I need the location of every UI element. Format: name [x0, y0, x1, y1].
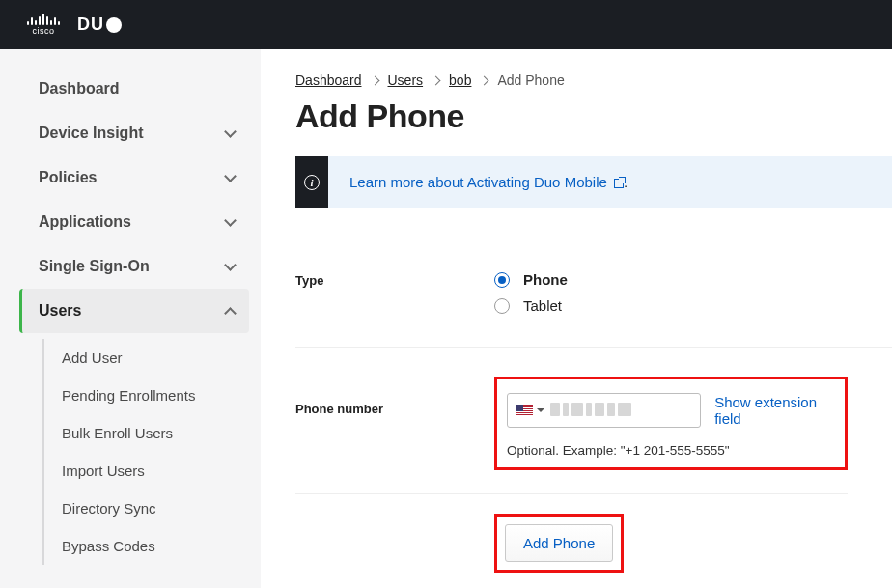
info-banner: i Learn more about Activating Duo Mobile… — [295, 156, 892, 208]
chevron-down-icon — [224, 127, 236, 139]
form-row-type: Type Phone Tablet — [295, 248, 892, 348]
form-row-submit: Add Phone — [295, 494, 892, 588]
sidebar: Dashboard Device Insight Policies Applic… — [0, 49, 261, 588]
nav-label: Applications — [39, 213, 131, 231]
phone-hint: Optional. Example: "+1 201-555-5555" — [507, 443, 835, 458]
main-content: Dashboard Users bob Add Phone Add Phone … — [261, 49, 892, 588]
nav-label: Single Sign-On — [39, 258, 150, 275]
nav-users[interactable]: Users — [19, 289, 249, 333]
info-icon-box: i — [295, 156, 328, 208]
flag-us-icon — [516, 405, 533, 416]
radio-phone[interactable] — [494, 272, 510, 288]
users-subnav: Add User Pending Enrollments Bulk Enroll… — [42, 339, 249, 565]
breadcrumb-user[interactable]: bob — [449, 72, 471, 88]
info-icon: i — [304, 175, 320, 190]
info-message: Learn more about Activating Duo Mobile . — [328, 156, 649, 208]
cisco-bars-icon — [27, 14, 60, 25]
form-row-phone: Phone number Show extension field — [295, 348, 892, 493]
nav-label: Users — [39, 302, 81, 320]
info-link[interactable]: Learn more about Activating Duo Mobile — [349, 174, 624, 190]
type-label: Type — [295, 271, 494, 323]
cisco-text: cisco — [32, 26, 54, 36]
phone-input-redacted[interactable] — [550, 401, 694, 420]
nav-device-insight[interactable]: Device Insight — [19, 111, 249, 155]
add-phone-button[interactable]: Add Phone — [505, 524, 613, 562]
breadcrumb-current: Add Phone — [497, 72, 564, 88]
highlight-submit-area: Add Phone — [494, 514, 624, 573]
show-extension-link[interactable]: Show extension field — [714, 394, 835, 427]
chevron-right-icon — [431, 72, 441, 88]
nav-single-sign-on[interactable]: Single Sign-On — [19, 244, 249, 289]
radio-option-tablet[interactable]: Tablet — [494, 297, 892, 314]
radio-phone-label: Phone — [523, 271, 568, 288]
country-dropdown-caret[interactable] — [537, 408, 544, 412]
topbar: cisco DU — [0, 0, 892, 49]
radio-tablet[interactable] — [494, 298, 510, 314]
breadcrumb: Dashboard Users bob Add Phone — [295, 72, 892, 88]
info-link-text: Learn more about Activating Duo Mobile — [349, 174, 607, 190]
page-title: Add Phone — [295, 98, 892, 135]
chevron-right-icon — [479, 72, 489, 88]
subnav-add-user[interactable]: Add User — [44, 339, 249, 377]
subnav-bulk-enroll-users[interactable]: Bulk Enroll Users — [44, 414, 249, 452]
phone-label: Phone number — [295, 377, 494, 416]
subnav-import-users[interactable]: Import Users — [44, 452, 249, 490]
subnav-directory-sync[interactable]: Directory Sync — [44, 490, 249, 527]
chevron-up-icon — [224, 305, 236, 317]
highlight-phone-area: Show extension field Optional. Example: … — [494, 377, 848, 470]
nav-dashboard[interactable]: Dashboard — [19, 67, 249, 111]
radio-option-phone[interactable]: Phone — [494, 271, 892, 288]
nav-label: Device Insight — [39, 125, 143, 142]
nav-applications[interactable]: Applications — [19, 200, 249, 244]
chevron-down-icon — [224, 172, 236, 183]
duo-logo: DU — [77, 14, 122, 35]
subnav-bypass-codes[interactable]: Bypass Codes — [44, 527, 249, 565]
subnav-pending-enrollments[interactable]: Pending Enrollments — [44, 377, 249, 414]
phone-input-group — [507, 393, 701, 428]
radio-tablet-label: Tablet — [523, 297, 562, 314]
breadcrumb-users[interactable]: Users — [388, 72, 424, 88]
chevron-down-icon — [224, 261, 236, 272]
external-link-icon — [614, 179, 624, 188]
nav-label: Policies — [39, 169, 97, 186]
nav-policies[interactable]: Policies — [19, 155, 249, 200]
chevron-right-icon — [370, 72, 380, 88]
duo-circle-icon — [106, 17, 122, 33]
chevron-down-icon — [224, 216, 236, 228]
duo-text: DU — [77, 14, 104, 35]
cisco-logo: cisco — [27, 14, 60, 36]
breadcrumb-dashboard[interactable]: Dashboard — [295, 72, 362, 88]
nav-label: Dashboard — [39, 80, 120, 98]
